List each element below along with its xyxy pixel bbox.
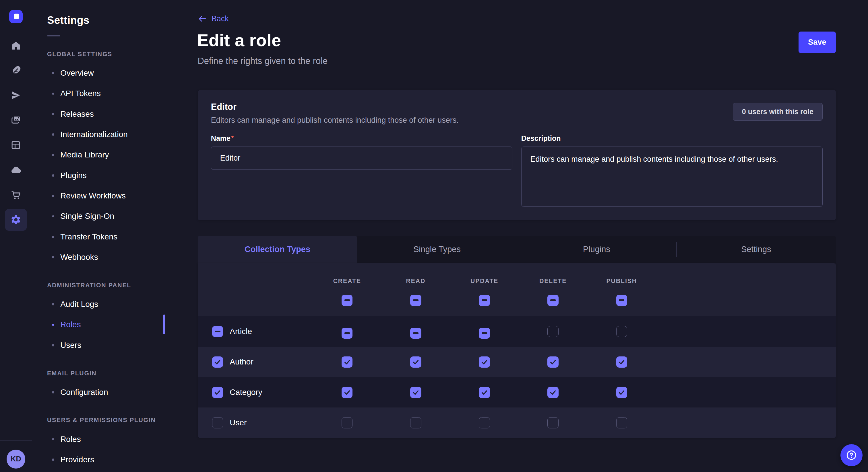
sidebar-item-label: Releases xyxy=(60,109,94,119)
permission-cell xyxy=(547,387,559,399)
permission-cell xyxy=(479,417,490,431)
settings-gear-icon[interactable] xyxy=(0,207,32,232)
row-checkbox-category[interactable] xyxy=(212,387,223,398)
sidebar-item-label: Overview xyxy=(60,69,94,78)
select-all-update-checkbox[interactable] xyxy=(479,295,490,306)
category-read-checkbox[interactable] xyxy=(410,387,422,398)
cloud-icon[interactable] xyxy=(0,158,32,183)
permission-row-author: Author xyxy=(198,347,836,377)
select-all-wrap xyxy=(616,293,627,306)
sidebar-item-transfer-tokens[interactable]: Transfer Tokens xyxy=(47,227,165,247)
sidebar-title-divider xyxy=(47,35,60,36)
permission-cell xyxy=(342,326,353,339)
indeterminate-dash-icon xyxy=(550,299,556,301)
tab-plugins[interactable]: Plugins xyxy=(517,236,676,263)
row-checkbox-user[interactable] xyxy=(212,417,223,429)
content-manager-icon[interactable] xyxy=(0,133,32,158)
sidebar-item-plugins[interactable]: Plugins xyxy=(47,165,165,186)
help-button[interactable] xyxy=(840,444,863,466)
sidebar-item-overview[interactable]: Overview xyxy=(47,63,165,83)
sidebar-item-roles[interactable]: Roles xyxy=(47,429,165,449)
name-input[interactable] xyxy=(211,146,513,170)
tab-collection-types[interactable]: Collection Types xyxy=(198,236,358,263)
column-header-publish: PUBLISH xyxy=(587,278,656,284)
bullet-dot-icon xyxy=(52,344,54,346)
sidebar-item-webhooks[interactable]: Webhooks xyxy=(47,247,165,267)
role-card-heading: Editor Editors can manage and publish co… xyxy=(211,102,459,125)
select-all-publish-checkbox[interactable] xyxy=(616,295,627,306)
article-update-checkbox[interactable] xyxy=(479,328,490,339)
permission-row-article: Article xyxy=(198,316,836,347)
article-delete-checkbox[interactable] xyxy=(547,326,559,337)
author-delete-checkbox[interactable] xyxy=(547,357,559,368)
sidebar-item-api-tokens[interactable]: API Tokens xyxy=(47,83,165,104)
media-library-icon[interactable] xyxy=(0,108,32,133)
row-name-cell: User xyxy=(198,417,247,429)
row-label: User xyxy=(229,418,247,427)
sidebar-item-users[interactable]: Users xyxy=(47,335,165,355)
sidebar-item-single-sign-on[interactable]: Single Sign-On xyxy=(47,206,165,227)
select-all-delete-checkbox[interactable] xyxy=(547,295,559,306)
select-all-create-checkbox[interactable] xyxy=(342,295,353,306)
check-icon xyxy=(549,358,557,366)
bullet-dot-icon xyxy=(52,93,54,95)
article-publish-checkbox[interactable] xyxy=(616,326,627,337)
author-read-checkbox[interactable] xyxy=(410,357,422,368)
sidebar-item-audit-logs[interactable]: Audit Logs xyxy=(47,294,165,314)
indeterminate-dash-icon xyxy=(215,331,220,332)
strapi-logo-icon[interactable] xyxy=(9,10,22,23)
category-delete-checkbox[interactable] xyxy=(547,387,559,398)
tab-single-types[interactable]: Single Types xyxy=(357,236,517,263)
content-type-builder-icon[interactable] xyxy=(0,58,32,83)
sidebar-item-media-library[interactable]: Media Library xyxy=(47,145,165,165)
description-textarea[interactable]: Editors can manage and publish contents … xyxy=(521,146,823,207)
marketplace-cart-icon[interactable] xyxy=(0,182,32,207)
back-link[interactable]: Back xyxy=(198,14,229,23)
select-all-wrap xyxy=(410,293,422,306)
row-name-cell: Category xyxy=(198,387,262,398)
row-checkbox-author[interactable] xyxy=(212,357,223,368)
sidebar-item-review-workflows[interactable]: Review Workflows xyxy=(47,186,165,206)
permission-cell xyxy=(410,326,422,339)
permission-cell xyxy=(547,357,559,368)
question-mark-icon xyxy=(845,449,857,461)
row-label: Category xyxy=(229,388,262,397)
check-icon xyxy=(480,389,488,396)
select-all-read-checkbox[interactable] xyxy=(410,295,422,306)
description-label: Description xyxy=(521,134,823,142)
sidebar-item-label: Audit Logs xyxy=(60,300,98,309)
user-update-checkbox[interactable] xyxy=(479,417,490,429)
bullet-dot-icon xyxy=(52,72,54,74)
sidebar-item-roles[interactable]: Roles xyxy=(47,314,165,335)
sidebar-item-label: Configuration xyxy=(60,388,108,397)
author-update-checkbox[interactable] xyxy=(479,357,490,368)
deploy-send-icon[interactable] xyxy=(0,83,32,108)
home-icon[interactable] xyxy=(0,33,32,58)
save-button[interactable]: Save xyxy=(799,32,836,53)
user-avatar[interactable]: KD xyxy=(7,450,26,469)
check-icon xyxy=(343,358,351,366)
select-all-wrap xyxy=(479,293,490,306)
row-checkbox-article[interactable] xyxy=(212,326,223,337)
user-read-checkbox[interactable] xyxy=(410,417,422,429)
permission-cell xyxy=(547,417,559,431)
check-icon xyxy=(412,389,420,396)
article-read-checkbox[interactable] xyxy=(410,328,422,339)
user-create-checkbox[interactable] xyxy=(342,417,353,429)
user-publish-checkbox[interactable] xyxy=(616,417,627,429)
sidebar-section-heading: ADMINISTRATION PANEL xyxy=(47,282,165,290)
sidebar-item-providers[interactable]: Providers xyxy=(47,449,165,470)
author-create-checkbox[interactable] xyxy=(342,357,353,368)
tab-settings[interactable]: Settings xyxy=(676,236,836,263)
category-publish-checkbox[interactable] xyxy=(616,387,627,398)
user-delete-checkbox[interactable] xyxy=(547,417,559,429)
sidebar-section-heading: GLOBAL SETTINGS xyxy=(47,51,165,59)
permission-cell xyxy=(410,387,422,399)
category-update-checkbox[interactable] xyxy=(479,387,490,398)
article-create-checkbox[interactable] xyxy=(342,328,353,339)
sidebar-item-configuration[interactable]: Configuration xyxy=(47,382,165,402)
sidebar-item-releases[interactable]: Releases xyxy=(47,104,165,124)
sidebar-item-internationalization[interactable]: Internationalization xyxy=(47,124,165,144)
category-create-checkbox[interactable] xyxy=(342,387,353,398)
author-publish-checkbox[interactable] xyxy=(616,357,627,368)
